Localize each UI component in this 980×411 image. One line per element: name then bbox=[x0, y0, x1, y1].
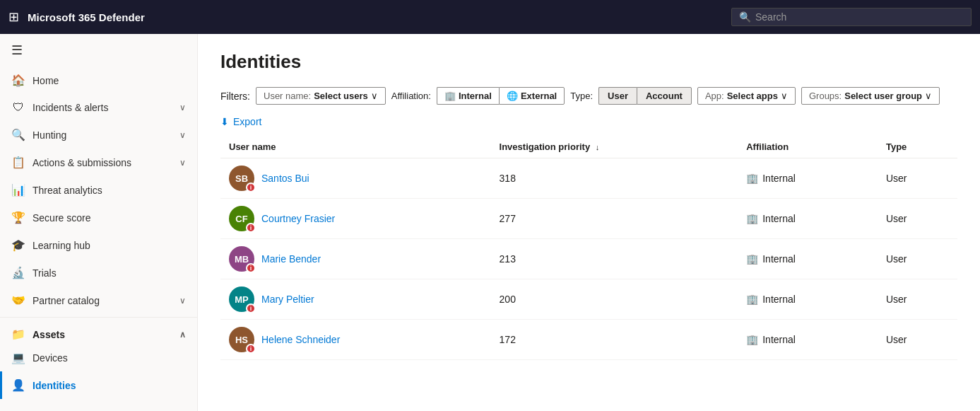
partner-icon: 🤝 bbox=[11, 294, 25, 307]
export-icon: ⬇ bbox=[220, 116, 229, 127]
alert-badge: i bbox=[246, 263, 256, 273]
app-filter-label: App: bbox=[705, 91, 724, 101]
user-cell: SBiSantos Bui bbox=[229, 166, 483, 191]
actions-icon: 📋 bbox=[11, 156, 25, 169]
investigation-priority-cell: 213 bbox=[491, 239, 738, 279]
search-input[interactable] bbox=[755, 11, 964, 23]
alert-badge: i bbox=[246, 303, 256, 313]
table-row[interactable]: MBiMarie Bender213🏢InternalUser bbox=[220, 239, 957, 279]
sidebar-toggle[interactable]: ☰ bbox=[0, 34, 197, 66]
sidebar-item-secure-score[interactable]: 🏆 Secure score bbox=[0, 204, 197, 231]
affiliation-cell: 🏢Internal bbox=[738, 158, 878, 199]
groups-filter-label: Groups: bbox=[809, 91, 842, 101]
col-investigation-priority[interactable]: Investigation priority ↓ bbox=[491, 136, 738, 158]
user-name-cell-helene-schneider: HSiHelene Schneider bbox=[220, 320, 491, 360]
user-cell: MBiMarie Bender bbox=[229, 246, 483, 272]
user-name-cell-courtney-frasier: CFiCourtney Frasier bbox=[220, 199, 491, 239]
export-row[interactable]: ⬇ Export bbox=[220, 116, 957, 127]
threat-analytics-icon: 📊 bbox=[11, 183, 25, 197]
type-account-btn[interactable]: Account bbox=[637, 87, 692, 105]
avatar-wrapper: HSi bbox=[229, 327, 254, 352]
sidebar-label-learning: Learning hub bbox=[33, 240, 186, 251]
col-type: Type bbox=[878, 136, 957, 158]
type-cell: User bbox=[878, 320, 957, 360]
type-group: User Account bbox=[598, 87, 692, 105]
avatar-wrapper: MBi bbox=[229, 246, 254, 272]
internal-icon: 🏢 bbox=[444, 91, 456, 101]
sidebar-item-learning-hub[interactable]: 🎓 Learning hub bbox=[0, 231, 197, 259]
affiliation-cell: 🏢Internal bbox=[738, 279, 878, 320]
search-icon: 🔍 bbox=[739, 11, 751, 23]
secure-score-icon: 🏆 bbox=[11, 211, 25, 224]
affiliation-internal-label: Internal bbox=[459, 91, 492, 101]
user-name-text: Marie Bender bbox=[261, 253, 321, 265]
sidebar-item-actions-submissions[interactable]: 📋 Actions & submissions ∨ bbox=[0, 149, 197, 176]
alert-badge: i bbox=[246, 183, 256, 192]
chevron-down-icon: ∨ bbox=[925, 91, 932, 101]
affiliation-external-label: External bbox=[521, 91, 557, 101]
user-name-cell-mary-peltier: MPiMary Peltier bbox=[220, 279, 491, 320]
chevron-up-icon: ∧ bbox=[179, 330, 186, 340]
affiliation-internal-btn[interactable]: 🏢 Internal bbox=[437, 87, 499, 105]
app-filter-value: Select apps bbox=[727, 91, 778, 101]
affiliation-external-btn[interactable]: 🌐 External bbox=[499, 87, 565, 105]
filters-label: Filters: bbox=[220, 91, 250, 102]
affiliation-text: Internal bbox=[762, 294, 796, 305]
devices-icon: 💻 bbox=[11, 351, 25, 364]
apps-grid-icon[interactable]: ⊞ bbox=[8, 9, 19, 25]
external-icon: 🌐 bbox=[507, 91, 518, 101]
sidebar-label-threat: Threat analytics bbox=[33, 185, 186, 196]
investigation-priority-cell: 172 bbox=[491, 320, 738, 360]
home-icon: 🏠 bbox=[11, 74, 25, 87]
investigation-priority-cell: 277 bbox=[491, 199, 738, 239]
hunting-icon: 🔍 bbox=[11, 128, 25, 141]
shield-icon: 🛡 bbox=[11, 101, 25, 114]
sidebar-item-trials[interactable]: 🔬 Trials bbox=[0, 259, 197, 286]
sidebar-item-hunting[interactable]: 🔍 Hunting ∨ bbox=[0, 121, 197, 149]
col-affiliation: Affiliation bbox=[738, 136, 878, 158]
col-username: User name bbox=[220, 136, 491, 158]
chevron-down-icon: ∨ bbox=[371, 91, 378, 101]
groups-filter-btn[interactable]: Groups: Select user group ∨ bbox=[801, 87, 940, 105]
table-row[interactable]: HSiHelene Schneider172🏢InternalUser bbox=[220, 320, 957, 360]
alert-badge: i bbox=[246, 223, 256, 233]
table-row[interactable]: MPiMary Peltier200🏢InternalUser bbox=[220, 279, 957, 320]
sidebar-item-partner-catalog[interactable]: 🤝 Partner catalog ∨ bbox=[0, 286, 197, 314]
identities-icon: 👤 bbox=[11, 378, 25, 392]
chevron-down-icon: ∨ bbox=[179, 296, 186, 306]
sidebar-label-hunting: Hunting bbox=[33, 129, 172, 141]
sidebar-item-home[interactable]: 🏠 Home bbox=[0, 66, 197, 94]
username-filter-label: User name: bbox=[264, 91, 311, 101]
user-name-text: Helene Schneider bbox=[261, 334, 340, 345]
username-filter-btn[interactable]: User name: Select users ∨ bbox=[256, 87, 386, 105]
page-title: Identities bbox=[220, 51, 957, 73]
learning-icon: 🎓 bbox=[11, 238, 25, 252]
sidebar-item-incidents-alerts[interactable]: 🛡 Incidents & alerts ∨ bbox=[0, 94, 197, 121]
affiliation-icon: 🏢 bbox=[746, 213, 758, 224]
user-cell: MPiMary Peltier bbox=[229, 286, 483, 312]
sidebar-divider bbox=[0, 317, 197, 318]
sidebar-item-identities[interactable]: 👤 Identities bbox=[0, 371, 197, 399]
type-user-btn[interactable]: User bbox=[598, 87, 637, 105]
assets-icon: 📁 bbox=[11, 328, 25, 341]
search-box[interactable]: 🔍 bbox=[731, 8, 972, 26]
app-filter-btn[interactable]: App: Select apps ∨ bbox=[697, 87, 796, 105]
investigation-priority-cell: 200 bbox=[491, 279, 738, 320]
user-name-text: Courtney Frasier bbox=[261, 213, 335, 224]
sort-icon: ↓ bbox=[596, 143, 600, 151]
main-content: Identities Filters: User name: Select us… bbox=[198, 34, 980, 411]
table-row[interactable]: SBiSantos Bui318🏢InternalUser bbox=[220, 158, 957, 199]
sidebar-item-threat-analytics[interactable]: 📊 Threat analytics bbox=[0, 176, 197, 204]
type-label: Type: bbox=[570, 91, 593, 101]
user-name-cell-santos-bui: SBiSantos Bui bbox=[220, 158, 491, 199]
sidebar-item-devices[interactable]: 💻 Devices bbox=[0, 344, 197, 371]
affiliation-cell: 🏢Internal bbox=[738, 320, 878, 360]
table-row[interactable]: CFiCourtney Frasier277🏢InternalUser bbox=[220, 199, 957, 239]
filters-row: Filters: User name: Select users ∨ Affil… bbox=[220, 87, 957, 105]
sidebar-label-secure: Secure score bbox=[33, 212, 186, 224]
avatar-wrapper: MPi bbox=[229, 286, 254, 312]
affiliation-icon: 🏢 bbox=[746, 334, 758, 345]
affiliation-cell: 🏢Internal bbox=[738, 199, 878, 239]
sidebar-label-assets: Assets bbox=[33, 329, 172, 340]
affiliation-text: Internal bbox=[762, 334, 796, 345]
